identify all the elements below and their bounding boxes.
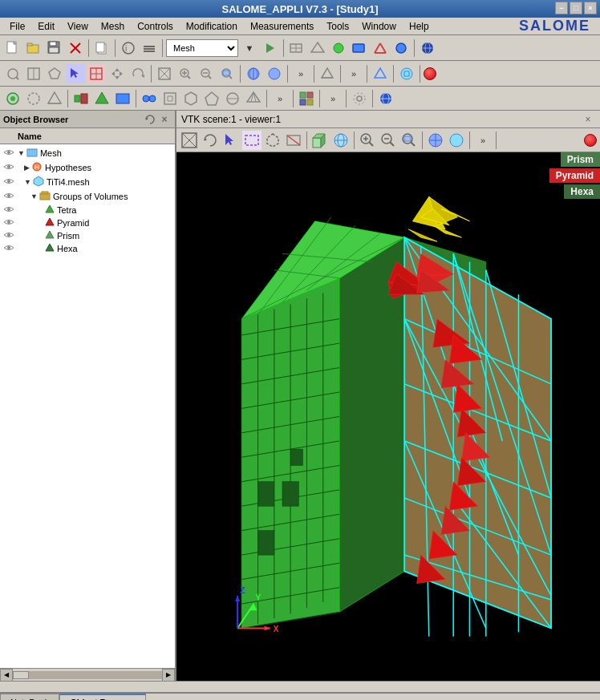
- tree-item-tetra[interactable]: Tetra: [35, 204, 173, 216]
- save-button[interactable]: [45, 38, 64, 58]
- maximize-button[interactable]: □: [570, 2, 582, 14]
- tb2-fit-all[interactable]: [155, 64, 174, 83]
- tb2-more[interactable]: »: [291, 64, 310, 83]
- scroll-track[interactable]: [13, 671, 162, 679]
- tb3-btn-a[interactable]: [140, 89, 159, 108]
- toolbar-globe-btn[interactable]: [418, 38, 437, 58]
- expand-groups[interactable]: ▼: [30, 192, 38, 200]
- tb3-more[interactable]: »: [270, 89, 290, 108]
- tb3-btn-d[interactable]: [202, 89, 221, 108]
- tb2-zoom-btn[interactable]: [87, 64, 106, 83]
- tree-item-titi4[interactable]: ▼ TiTi4.mesh: [22, 175, 173, 189]
- menu-tools[interactable]: Tools: [320, 19, 355, 34]
- toolbar-btn-b[interactable]: [140, 38, 159, 58]
- eye-mesh[interactable]: [2, 148, 16, 159]
- toolbar-mesh-btn2[interactable]: [308, 38, 327, 58]
- tree-item-mesh[interactable]: ▼ Mesh: [16, 146, 173, 160]
- tree-item-prism[interactable]: Prism: [35, 229, 173, 242]
- expand-titi4[interactable]: ▼: [24, 178, 31, 186]
- vtk-record-btn[interactable]: [584, 134, 597, 147]
- minimize-button[interactable]: −: [555, 2, 568, 14]
- expand-hyp[interactable]: ▶: [24, 164, 30, 172]
- toolbar-mesh-btn3[interactable]: [329, 38, 348, 58]
- tb3-btn-e[interactable]: [223, 89, 242, 108]
- vtk-view-btn1[interactable]: [310, 131, 330, 150]
- tab-notebook[interactable]: NoteBook: [0, 694, 59, 700]
- eye-titi4[interactable]: [2, 176, 16, 188]
- tb3-btn2[interactable]: [24, 89, 43, 108]
- vtk-select-poly[interactable]: [263, 131, 282, 150]
- mesh-combo[interactable]: Mesh: [166, 39, 238, 57]
- copy-button[interactable]: [92, 38, 111, 58]
- vtk-select-rect[interactable]: [242, 131, 261, 150]
- ob-sync-btn[interactable]: [143, 112, 157, 127]
- vtk-close-btn[interactable]: ×: [581, 112, 595, 127]
- vtk-viewport[interactable]: X Y Z Prism Pyramid Hexa: [176, 152, 600, 681]
- tb3-green1[interactable]: [71, 89, 91, 108]
- tb2-right3[interactable]: [371, 64, 390, 83]
- menu-controls[interactable]: Controls: [131, 19, 180, 34]
- tb3-globe2[interactable]: [376, 89, 395, 108]
- menu-mesh[interactable]: Mesh: [95, 19, 131, 34]
- menu-edit[interactable]: Edit: [31, 19, 61, 34]
- tree-item-pyramid[interactable]: Pyramid: [35, 216, 173, 229]
- tb3-more2[interactable]: »: [323, 89, 343, 108]
- combo-dropdown[interactable]: ▼: [240, 38, 259, 58]
- vtk-deselect[interactable]: [284, 131, 303, 150]
- tree-item-hexa[interactable]: Hexa: [35, 242, 173, 255]
- menu-file[interactable]: File: [3, 19, 31, 34]
- tb3-btn3[interactable]: [45, 89, 64, 108]
- vtk-zoom-in[interactable]: [358, 131, 377, 150]
- menu-modification[interactable]: Modification: [180, 19, 244, 34]
- tree-item-hypotheses[interactable]: ▶ H Hypotheses: [22, 160, 173, 175]
- toolbar-btn-a[interactable]: i: [119, 38, 138, 58]
- vtk-view-btn2[interactable]: [331, 131, 351, 150]
- tb2-orient1[interactable]: [244, 64, 263, 83]
- new-button[interactable]: [3, 38, 22, 58]
- vtk-reset[interactable]: [201, 131, 220, 150]
- tb2-btn2[interactable]: [24, 64, 43, 83]
- expand-mesh[interactable]: ▼: [18, 149, 25, 157]
- ob-close-btn[interactable]: ×: [157, 112, 172, 127]
- vtk-orient2[interactable]: [447, 131, 466, 150]
- vtk-fit[interactable]: [180, 131, 199, 150]
- tb2-select-btn[interactable]: [66, 64, 85, 83]
- eye-hypotheses[interactable]: [2, 162, 16, 173]
- tb2-pan-btn[interactable]: [107, 64, 127, 83]
- eye-pyramid[interactable]: [2, 217, 16, 229]
- toolbar-go-btn[interactable]: [261, 38, 280, 58]
- tb2-right4[interactable]: [397, 64, 416, 83]
- menu-measurements[interactable]: Measurements: [244, 19, 320, 34]
- titlebar-buttons[interactable]: − □ ×: [555, 2, 597, 14]
- open-button[interactable]: [24, 38, 43, 58]
- tb2-right2[interactable]: »: [344, 64, 363, 83]
- tab-object-browser[interactable]: Object Browser: [59, 694, 145, 700]
- tree-item-groups[interactable]: ▼ Groups of Volumes: [29, 189, 173, 204]
- tb2-zoom-area[interactable]: [217, 64, 237, 83]
- vtk-zoom-out[interactable]: [379, 131, 398, 150]
- tb3-right1[interactable]: [297, 89, 316, 108]
- toolbar-mesh-btn1[interactable]: [287, 38, 306, 58]
- tb3-gear[interactable]: [350, 89, 369, 108]
- left-panel-scrollbar[interactable]: ◀ ▶: [0, 668, 175, 681]
- toolbar-mesh-btn4[interactable]: [350, 38, 369, 58]
- tb2-btn3[interactable]: [45, 64, 64, 83]
- eye-prism[interactable]: [2, 230, 16, 241]
- tb3-btn-b[interactable]: [160, 89, 180, 108]
- menu-view[interactable]: View: [61, 19, 95, 34]
- delete-button[interactable]: [66, 38, 85, 58]
- close-button[interactable]: ×: [584, 2, 597, 14]
- eye-hexa[interactable]: [2, 243, 16, 254]
- tb3-btn-c[interactable]: [181, 89, 201, 108]
- tb2-zoom-out[interactable]: [197, 64, 216, 83]
- menu-window[interactable]: Window: [355, 19, 403, 34]
- vtk-orient[interactable]: [426, 131, 445, 150]
- tb3-blue-btn[interactable]: [113, 89, 132, 108]
- vtk-more[interactable]: »: [473, 131, 493, 150]
- tb3-btn-f[interactable]: [244, 89, 263, 108]
- tb3-btn1[interactable]: [3, 89, 22, 108]
- eye-groups[interactable]: [2, 191, 16, 202]
- tb2-right1[interactable]: [318, 64, 337, 83]
- menu-help[interactable]: Help: [403, 19, 436, 34]
- scroll-thumb[interactable]: [13, 671, 29, 679]
